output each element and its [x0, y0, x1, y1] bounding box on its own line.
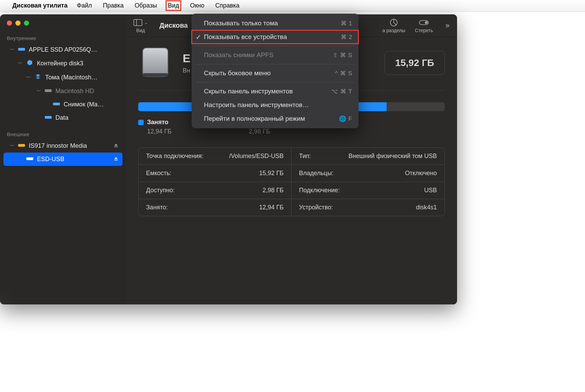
- info-used: Занято:12,94 ГБ: [139, 199, 291, 216]
- menu-shortcut: ⌘ 1: [341, 20, 352, 27]
- erase-icon: [419, 18, 429, 27]
- sidebar-item-apple-ssd[interactable]: ﹀ APPLE SSD AP0256Q…: [3, 43, 122, 56]
- menu-show-all-devices[interactable]: ✓ Показывать все устройства ⌘ 2: [192, 30, 359, 44]
- legend-used-value: 12,94 ГБ: [138, 128, 172, 135]
- sidebar-section-internal: Внутренние: [0, 33, 126, 43]
- legend-free-value: 2,98 ГБ: [240, 128, 280, 135]
- menu-item-label: Показывать все устройства: [204, 33, 287, 41]
- info-connection: Подключение:USB: [291, 182, 444, 199]
- menu-help[interactable]: Справка: [213, 1, 241, 10]
- disk-icon: [53, 101, 60, 108]
- sidebar-tree-internal: ﹀ APPLE SSD AP0256Q… ﹀ Контейнер disk3 ﹀…: [0, 43, 126, 125]
- sidebar-item-is917[interactable]: ﹀ IS917 innostor Media: [3, 139, 122, 153]
- toolbar-erase-button[interactable]: Стереть: [415, 18, 433, 33]
- info-device: Устройство:disk4s1: [291, 199, 444, 216]
- disclosure-icon[interactable]: ﹀: [36, 88, 41, 94]
- info-available: Доступно:2,98 ГБ: [139, 182, 291, 199]
- external-disk-icon: [26, 156, 34, 163]
- close-window-button[interactable]: [7, 21, 12, 26]
- info-grid: Точка подключения:/Volumes/ESD-USB Тип:В…: [138, 147, 445, 216]
- menu-customize-toolbar[interactable]: Настроить панель инструментов…: [192, 98, 359, 112]
- menu-edit[interactable]: Правка: [101, 1, 126, 10]
- menu-hide-sidebar[interactable]: Скрыть боковое меню ^ ⌘ S: [192, 66, 359, 80]
- sidebar-item-snapshot[interactable]: Снимок (Ma…: [3, 98, 122, 111]
- sidebar-item-label: APPLE SSD AP0256Q…: [29, 46, 97, 53]
- menu-file[interactable]: Файл: [75, 1, 93, 10]
- menu-shortcut: ⇧ ⌘ S: [333, 52, 352, 59]
- toolbar-overflow-icon[interactable]: »: [445, 21, 450, 30]
- toolbar-view-button[interactable]: ⌄ Вид: [133, 18, 148, 33]
- menu-view[interactable]: Вид: [166, 1, 181, 10]
- sidebar-item-label: Macintosh HD: [55, 88, 94, 95]
- legend-used-label: Занято: [147, 119, 168, 126]
- info-mount-point: Точка подключения:/Volumes/ESD-USB: [139, 148, 291, 165]
- svg-rect-5: [143, 73, 168, 77]
- fullscreen-window-button[interactable]: [24, 21, 29, 26]
- menu-shortcut: ⌥ ⌘ T: [331, 88, 352, 95]
- menu-separator: [196, 46, 354, 46]
- info-capacity: Емкость:15,92 ГБ: [139, 165, 291, 182]
- eject-icon[interactable]: [114, 156, 118, 163]
- sidebar-tree-external: ﹀ IS917 innostor Media ESD-USB: [0, 139, 126, 166]
- disclosure-icon[interactable]: ﹀: [18, 61, 23, 67]
- menu-show-volumes-only[interactable]: Показывать только тома ⌘ 1: [192, 16, 359, 30]
- menu-images[interactable]: Образы: [133, 1, 159, 10]
- volume-large-icon: [138, 46, 172, 80]
- menu-separator: [196, 82, 354, 82]
- disk-icon: [18, 46, 25, 53]
- pie-icon: [390, 18, 398, 27]
- disclosure-icon[interactable]: ﹀: [10, 143, 14, 149]
- sidebar-item-macintosh-hd[interactable]: ﹀ Macintosh HD: [3, 84, 122, 98]
- info-type: Тип:Внешний физический том USB: [291, 148, 444, 165]
- menu-show-apfs-snapshots: Показать снимки APFS ⇧ ⌘ S: [192, 48, 359, 62]
- sidebar: Внутренние ﹀ APPLE SSD AP0256Q… ﹀ Контей…: [0, 14, 126, 304]
- toolbar-partition-label: а разделы: [382, 28, 405, 33]
- svg-rect-4: [143, 48, 168, 77]
- toolbar-partition-button[interactable]: а разделы: [382, 18, 405, 33]
- sidebar-item-esd-usb[interactable]: ESD-USB: [3, 153, 122, 166]
- window-traffic-lights: [0, 14, 126, 33]
- sidebar-section-external: Внешние: [0, 129, 126, 139]
- container-icon: [26, 60, 34, 67]
- svg-rect-0: [134, 19, 142, 26]
- sidebar-item-label: Data: [55, 114, 68, 121]
- menu-item-label: Показать снимки APFS: [204, 51, 274, 59]
- eject-icon[interactable]: [114, 142, 118, 149]
- menu-item-label: Скрыть боковое меню: [204, 69, 271, 77]
- menu-item-label: Настроить панель инструментов…: [204, 101, 309, 109]
- toolbar-erase-label: Стереть: [415, 28, 433, 33]
- legend-used: Занято 12,94 ГБ: [138, 119, 172, 135]
- sidebar-item-label: Контейнер disk3: [37, 60, 83, 67]
- sidebar-item-label: Снимок (Ma…: [64, 101, 104, 108]
- sidebar-item-volumes-group[interactable]: ﹀ Тома (Macintosh…: [3, 70, 122, 84]
- toolbar-view-label: Вид: [136, 28, 145, 33]
- legend-swatch-used-icon: [138, 120, 144, 125]
- menu-shortcut: ^ ⌘ S: [335, 70, 352, 77]
- window-title: Дискова: [159, 22, 188, 29]
- sidebar-item-label: Тома (Macintosh…: [45, 74, 98, 81]
- macos-menubar: Дисковая утилита Файл Правка Образы Вид …: [0, 0, 585, 12]
- disclosure-icon[interactable]: ﹀: [10, 47, 14, 53]
- menu-enter-fullscreen[interactable]: Перейти в полноэкранный режим 🌐 F: [192, 112, 359, 126]
- disk-icon: [44, 114, 52, 121]
- svg-rect-2: [419, 21, 428, 25]
- menu-shortcut: ⌘ 2: [341, 34, 352, 41]
- disk-icon: [44, 88, 52, 95]
- menu-item-label: Перейти в полноэкранный режим: [204, 115, 305, 122]
- view-menu-dropdown: Показывать только тома ⌘ 1 ✓ Показывать …: [192, 14, 359, 128]
- menu-shortcut: 🌐 F: [339, 115, 352, 122]
- sidebar-toggle-icon: ⌄: [133, 18, 148, 27]
- menu-hide-toolbar[interactable]: Скрыть панель инструментов ⌥ ⌘ T: [192, 84, 359, 98]
- menubar-app-name[interactable]: Дисковая утилита: [12, 2, 67, 9]
- menu-window[interactable]: Окно: [188, 1, 206, 10]
- capacity-chip: 15,92 ГБ: [385, 51, 445, 75]
- external-disk-icon: [18, 142, 25, 149]
- sidebar-item-data[interactable]: Data: [3, 111, 122, 125]
- menu-separator: [196, 64, 354, 64]
- volumes-stack-icon: [34, 74, 42, 81]
- menu-item-label: Скрыть панель инструментов: [204, 88, 293, 95]
- minimize-window-button[interactable]: [15, 21, 21, 26]
- sidebar-item-container-disk3[interactable]: ﹀ Контейнер disk3: [3, 56, 122, 70]
- info-owners: Владельцы:Отключено: [291, 165, 444, 182]
- disclosure-icon[interactable]: ﹀: [26, 75, 31, 81]
